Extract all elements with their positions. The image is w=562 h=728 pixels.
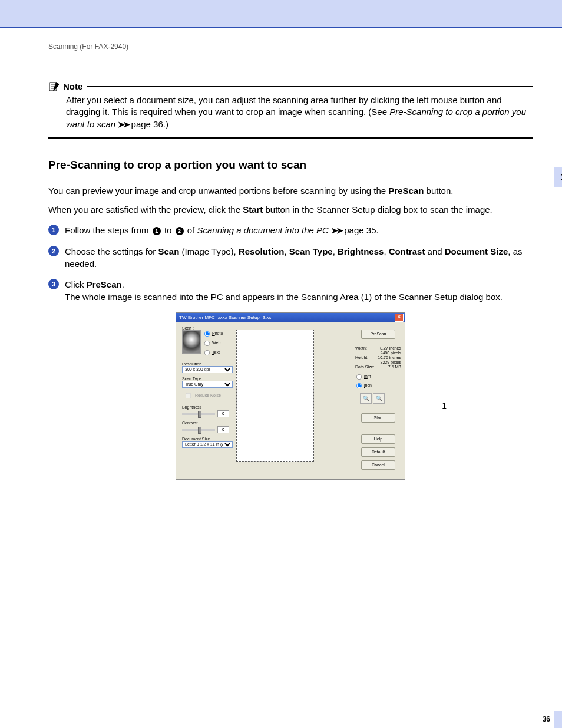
scan-type-select[interactable]: True Gray [182,381,233,388]
info-data-val: 7.6 MB [388,365,401,369]
brightness-slider[interactable]: 0 [182,410,235,417]
close-icon[interactable]: ✕ [395,314,404,322]
intro-1: You can preview your image and crop unwa… [48,185,533,197]
section-title: Pre-Scanning to crop a portion you want … [48,159,533,174]
dialog-titlebar: TW-Brother MFC- xxxx Scanner Setup -3.xx… [176,313,405,322]
page-number-bar [554,711,562,728]
resolution-label: Resolution [182,362,235,366]
radio-web[interactable]: Web [203,340,223,347]
chapter-tab: 3 [554,167,562,187]
radio-text[interactable]: Text [203,349,223,357]
info-width-val: 8.27 inches [380,346,401,350]
intro-2: When you are satisfied with the preview,… [48,204,533,216]
step-bullet-3: 3 [48,279,59,289]
step-1: 1 Follow the steps from 1 to 2 of Scanni… [48,224,533,237]
resolution-select[interactable]: 300 x 300 dpi [182,366,233,373]
info-width-label: Width: [355,346,367,350]
radio-photo[interactable]: PPhotohoto [203,330,223,338]
running-header: Scanning (For FAX-2940) [48,42,533,51]
scan-label: Scan : [182,326,235,330]
thumbnail-image [182,330,201,354]
info-width-px: 2480 pixels [381,351,401,355]
doc-size-label: Document Size [182,437,235,441]
info-data-label: Data Size: [355,365,374,369]
cancel-button[interactable]: Cancel [361,460,395,470]
brightness-label: Brightness [182,405,235,409]
zoom-in-icon[interactable]: 🔍 [360,393,372,404]
step-3: 3 Click PreScan. The whole image is scan… [48,278,533,303]
start-button[interactable]: Start [361,413,395,423]
note-title: Note [63,81,82,91]
callout-label: 1 [442,401,447,410]
arrows-icon: ➤➤ [118,120,128,129]
page-number: 36 [543,715,550,723]
scan-type-label: Scan Type [182,377,235,381]
reduce-noise-check[interactable]: Reduce Noise [182,390,235,401]
doc-size-select[interactable]: Letter 8 1/2 x 11 in (215.9 x [182,441,233,448]
arrows-icon: ➤➤ [331,226,342,235]
note-page-ref: page 36.) [128,119,168,129]
radio-inch[interactable]: inch [355,382,401,390]
contrast-slider[interactable]: 0 [182,426,235,433]
note-icon [48,80,61,92]
callout-line [398,407,434,407]
prescan-button[interactable]: PreScan [361,330,395,339]
note-body: After you select a document size, you ca… [48,94,533,130]
scanner-setup-dialog: 1 TW-Brother MFC- xxxx Scanner Setup -3.… [176,312,405,480]
help-button[interactable]: Help [361,434,395,444]
radio-mm[interactable]: mm [355,373,401,381]
note-block: Note After you select a document size, y… [48,80,533,139]
default-button[interactable]: Default [361,447,395,457]
step-bullet-2: 2 [48,246,59,256]
step-2: 2 Choose the settings for Scan (Image Ty… [48,245,533,270]
info-height-px: 3229 pixels [381,360,401,364]
step-bullet-1: 1 [48,225,59,235]
scanning-area[interactable] [236,330,314,462]
top-bar [0,0,562,28]
contrast-label: Contrast [182,421,235,425]
dialog-title: TW-Brother MFC- xxxx Scanner Setup -3.xx [179,315,271,320]
info-height-label: Height: [355,355,368,360]
info-height-val: 10.76 inches [378,355,401,360]
zoom-out-icon[interactable]: 🔍 [373,393,385,404]
